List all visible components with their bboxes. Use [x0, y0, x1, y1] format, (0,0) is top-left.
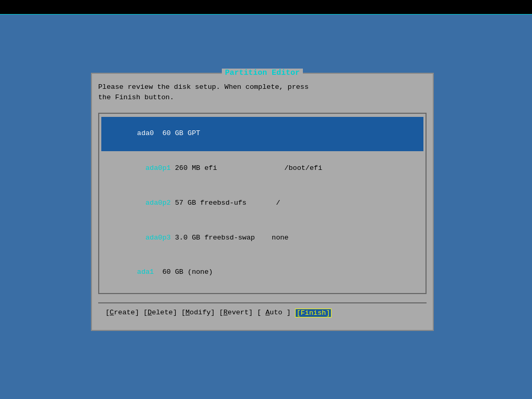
partition-info-ada0p1: 260 MB efi /boot/efi [171, 164, 323, 172]
partition-row-ada0p1[interactable]: ada0p1 260 MB efi /boot/efi [101, 151, 423, 186]
partition-row-ada0p2[interactable]: ada0p2 57 GB freebsd-ufs / [101, 186, 423, 221]
description: Please review the disk setup. When compl… [98, 82, 427, 103]
dialog-title: Partition Editor [222, 69, 303, 77]
create-button[interactable]: [Create] [105, 309, 143, 317]
dialog-titlebar: Partition Editor [92, 69, 433, 77]
top-bar: FreeBSD Installer [0, 0, 532, 15]
partition-row-ada0p3[interactable]: ada0p3 3.0 GB freebsd-swap none [101, 221, 423, 256]
partition-row-ada0[interactable]: ada0 60 GB GPT [101, 117, 423, 152]
partition-info-ada0p2: 57 GB freebsd-ufs / [171, 199, 281, 207]
partition-dev-ada0: ada0 [137, 129, 163, 137]
app-title: FreeBSD Installer [4, 3, 78, 11]
finish-button[interactable]: [Finish] [295, 309, 332, 317]
auto-button[interactable]: [ Auto ] [257, 309, 295, 317]
partition-info-ada1: 60 GB (none) [162, 268, 212, 276]
partition-info-ada0p3: 3.0 GB freebsd-swap none [171, 234, 289, 242]
delete-button[interactable]: [Delete] [143, 309, 181, 317]
partition-dev-ada0p3: ada0p3 [145, 234, 171, 242]
partition-row-ada1[interactable]: ada1 60 GB (none) [101, 256, 423, 290]
partition-dev-ada1: ada1 [137, 268, 163, 276]
partition-info-ada0: 60 GB GPT [162, 129, 200, 137]
description-line1: Please review the disk setup. When compl… [98, 82, 427, 92]
revert-button[interactable]: [Revert] [219, 309, 257, 317]
partition-dev-ada0p1: ada0p1 [145, 164, 171, 172]
dialog-border: Partition Editor Please review the disk … [91, 73, 434, 331]
partition-list[interactable]: ada0 60 GB GPT ada0p1 260 MB efi /boot/e… [98, 113, 427, 295]
description-line2: the Finish button. [98, 92, 427, 103]
dialog-frame: Partition Editor Please review the disk … [91, 73, 434, 331]
partition-dev-ada0p2: ada0p2 [145, 199, 171, 207]
modify-button[interactable]: [Modify] [181, 309, 219, 317]
toolbar: [Create] [Delete] [Modify] [Revert] [ Au… [98, 302, 427, 324]
